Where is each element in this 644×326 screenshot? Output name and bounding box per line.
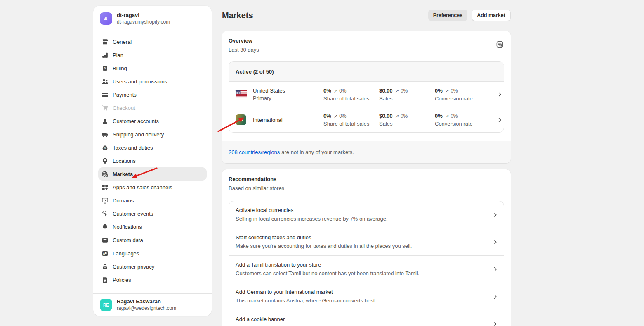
- chevron-right-icon: [492, 239, 498, 245]
- recommendations-title: Recommendations: [229, 176, 504, 182]
- recommendation-description: Customers can select Tamil but no conten…: [236, 270, 486, 276]
- chevron-right-icon: [492, 321, 498, 326]
- recommendations-card: Recommendations Based on similar stores …: [222, 169, 511, 326]
- user-avatar: RE: [100, 299, 112, 311]
- stat-delta: ↗ 0%: [334, 88, 347, 94]
- overview-subtitle: Last 30 days: [229, 47, 504, 53]
- sidebar-item-checkout: Checkout: [98, 101, 207, 114]
- header-actions: Preferences Add market: [428, 10, 511, 21]
- sidebar-item-plan[interactable]: Plan: [98, 48, 207, 62]
- overview-footer: 208 countries/regions are not in any of …: [222, 141, 511, 163]
- store-header[interactable]: dt- dt-ragavi dt-ragavi.myshopify.com: [93, 6, 212, 31]
- preferences-button[interactable]: Preferences: [428, 10, 468, 21]
- overview-title: Overview: [229, 38, 504, 44]
- lock-icon: [101, 263, 109, 270]
- sidebar-item-custom-data[interactable]: Custom data: [98, 233, 207, 247]
- user-name: Ragavi Easwaran: [117, 298, 176, 305]
- domains-icon: [101, 197, 109, 204]
- sidebar-item-notifications[interactable]: Notifications: [98, 220, 207, 233]
- sidebar-item-general[interactable]: General: [98, 35, 207, 48]
- stat-delta: ↗ 0%: [395, 88, 408, 94]
- sidebar-item-label: Custom data: [113, 237, 143, 243]
- market-row-united-states[interactable]: United StatesPrimary0%↗ 0%Share of total…: [229, 82, 504, 107]
- sidebar-item-customer-events[interactable]: Customer events: [98, 207, 207, 220]
- sidebar-item-label: General: [113, 39, 132, 45]
- user-info: Ragavi Easwaran ragavi@wedesigntech.com: [117, 298, 176, 312]
- stat-delta: ↗ 0%: [445, 113, 458, 119]
- taxes-icon: %: [101, 144, 109, 151]
- apps-icon: [101, 184, 109, 191]
- sidebar-item-users-and-permissions[interactable]: Users and permissions: [98, 75, 207, 88]
- sidebar-item-billing[interactable]: $Billing: [98, 62, 207, 75]
- sidebar-item-label: Customer privacy: [113, 264, 154, 270]
- sidebar-item-locations[interactable]: Locations: [98, 154, 207, 167]
- recommendation-title: Add a cookie banner: [236, 316, 486, 322]
- market-name: International: [253, 117, 323, 123]
- stat-value: 0%: [323, 113, 331, 119]
- chevron-right-icon[interactable]: [497, 91, 503, 98]
- recommendation-description: Selling in local currencies increases re…: [236, 216, 486, 222]
- overview-card-head: Overview Last 30 days: [222, 31, 511, 53]
- countries-regions-text: are not in any of your markets.: [281, 149, 354, 155]
- chevron-right-icon[interactable]: [497, 117, 503, 123]
- users-icon: [101, 78, 109, 85]
- countries-regions-link[interactable]: 208 countries/regions: [229, 149, 280, 155]
- recommendation-title: Add a Tamil translation to your store: [236, 262, 486, 268]
- market-name-col: International: [253, 117, 323, 123]
- sidebar-item-label: Users and permissions: [113, 79, 167, 85]
- market-subtitle: Primary: [253, 95, 323, 101]
- sidebar-item-payments[interactable]: Payments: [98, 88, 207, 101]
- sidebar-item-apps-and-sales-channels[interactable]: Apps and sales channels: [98, 181, 207, 194]
- sidebar-item-label: Plan: [113, 52, 123, 58]
- sidebar-item-label: Customer events: [113, 211, 153, 217]
- truck-icon: [101, 131, 109, 138]
- sidebar-item-taxes-and-duties[interactable]: %Taxes and duties: [98, 141, 207, 154]
- stat-conversion-rate: 0%↗ 0%Conversion rate: [435, 113, 497, 127]
- sidebar-item-customer-accounts[interactable]: Customer accounts: [98, 114, 207, 128]
- stat-label: Sales: [379, 121, 435, 127]
- sidebar-nav: GeneralPlan$BillingUsers and permissions…: [93, 31, 212, 286]
- plan-icon: [101, 52, 109, 59]
- sidebar-item-label: Taxes and duties: [113, 145, 153, 151]
- view-report-icon[interactable]: [494, 38, 506, 50]
- stat-value: 0%: [435, 88, 443, 94]
- active-markets-header: Active (2 of 50): [229, 62, 504, 82]
- stat-delta: ↗ 0%: [395, 113, 408, 119]
- market-badge: IN: [236, 114, 253, 125]
- sidebar-item-markets[interactable]: $Markets: [98, 167, 207, 181]
- settings-sidebar: dt- dt-ragavi dt-ragavi.myshopify.com Ge…: [93, 6, 212, 316]
- sidebar-item-label: Payments: [113, 92, 137, 98]
- sidebar-item-domains[interactable]: Domains: [98, 194, 207, 207]
- market-name: United States: [253, 88, 323, 94]
- market-row-international[interactable]: INInternational0%↗ 0%Share of total sale…: [229, 107, 504, 132]
- sidebar-item-languages[interactable]: ALanguages: [98, 247, 207, 260]
- translate-icon: A: [101, 250, 109, 257]
- recommendation-start-collecting-taxes-and-duties[interactable]: Start collecting taxes and dutiesMake su…: [229, 228, 504, 255]
- sidebar-item-policies[interactable]: Policies: [98, 273, 207, 286]
- sidebar-item-label: Domains: [113, 198, 134, 204]
- recommendation-add-a-tamil-translation-to-your-store[interactable]: Add a Tamil translation to your storeCus…: [229, 255, 504, 283]
- stat-delta: ↗ 0%: [334, 113, 347, 119]
- sidebar-item-label: Languages: [113, 250, 139, 257]
- stat-label: Conversion rate: [435, 121, 497, 127]
- sidebar-item-label: Billing: [113, 65, 127, 71]
- recommendation-add-german-to-your-international-market[interactable]: Add German to your International marketT…: [229, 283, 504, 310]
- add-market-button[interactable]: Add market: [472, 10, 511, 21]
- markets-settings-page: { "page_background": "#f1f1f1", "sidebar…: [0, 0, 644, 326]
- user-email: ragavi@wedesigntech.com: [117, 305, 176, 312]
- sidebar-item-customer-privacy[interactable]: Customer privacy: [98, 260, 207, 273]
- recommendation-activate-local-currencies[interactable]: Activate local currenciesSelling in loca…: [229, 201, 504, 228]
- overview-card: Overview Last 30 days Active (2 of 50) U…: [222, 31, 511, 163]
- cursor-click-icon: [101, 210, 109, 217]
- location-pin-icon: [101, 157, 109, 164]
- sidebar-item-shipping-and-delivery[interactable]: Shipping and delivery: [98, 128, 207, 141]
- recommendation-add-a-cookie-banner[interactable]: Add a cookie bannerLocal privacy laws ma…: [229, 310, 504, 326]
- sidebar-user[interactable]: RE Ragavi Easwaran ragavi@wedesigntech.c…: [93, 293, 212, 316]
- stat-value: 0%: [323, 88, 331, 94]
- svg-text:$: $: [104, 66, 106, 69]
- stat-value: 0%: [435, 113, 443, 119]
- recommendations-head: Recommendations Based on similar stores: [222, 169, 511, 191]
- stat-share-of-total-sales: 0%↗ 0%Share of total sales: [323, 113, 379, 127]
- main-content: Markets Preferences Add market Overview …: [222, 0, 511, 21]
- stat-sales: $0.00↗ 0%Sales: [379, 113, 435, 127]
